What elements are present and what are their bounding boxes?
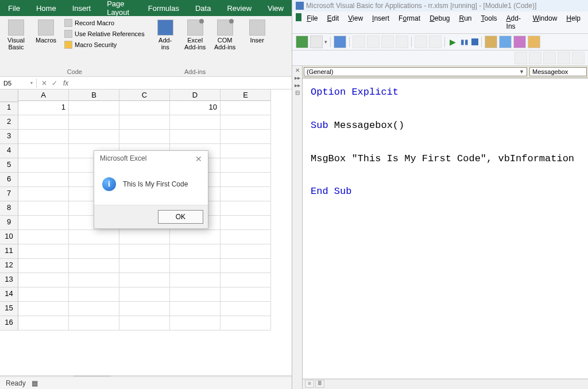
vba-menu-edit[interactable]: Edit [323,13,343,32]
vba-copy-icon[interactable] [367,36,380,48]
cell-e10[interactable] [220,230,271,244]
cell-c11[interactable] [119,244,170,259]
cell-c13[interactable] [119,273,170,287]
cell-a6[interactable] [18,173,69,187]
cell-a5[interactable] [18,158,69,173]
vba-tb2-icon-3[interactable] [543,52,556,64]
vba-save-icon[interactable] [334,36,346,48]
column-header-a[interactable]: A [18,90,69,101]
vba-tb2-icon-2[interactable] [529,52,541,64]
cell-b2[interactable] [69,115,119,130]
cell-c16[interactable] [119,316,170,330]
vba-find-icon[interactable] [396,36,408,48]
vba-menu-debug[interactable]: Debug [425,13,454,32]
select-all-corner[interactable] [0,90,18,102]
cell-c14[interactable] [119,287,170,302]
cell-c2[interactable] [119,115,170,130]
vba-code-editor[interactable]: Option Explicit Sub Messagebox() MsgBox … [303,78,588,379]
cell-d11[interactable] [170,244,220,259]
vba-tb2-icon-5[interactable] [572,52,585,64]
vba-redo-icon[interactable] [429,36,442,48]
row-header-9[interactable]: 9 [0,216,18,230]
row-header-10[interactable]: 10 [0,230,18,244]
cell-d12[interactable] [170,259,220,273]
cell-b15[interactable] [69,302,119,316]
row-header-11[interactable]: 11 [0,244,18,259]
cell-a15[interactable] [18,302,69,316]
vba-view-excel-icon[interactable] [296,36,308,48]
formula-bar[interactable] [73,82,292,84]
cell-c15[interactable] [119,302,170,316]
vba-splitter-icon-2[interactable]: ▸▸ [295,82,300,88]
cell-c3[interactable] [119,130,170,144]
cell-d3[interactable] [170,130,220,144]
ribbon-tab-file[interactable]: File [0,0,28,16]
cell-e12[interactable] [220,259,271,273]
cell-b13[interactable] [69,273,119,287]
cell-b10[interactable] [69,230,119,244]
cell-b16[interactable] [69,316,119,330]
cell-a3[interactable] [18,130,69,144]
cell-a8[interactable] [18,201,69,216]
name-box[interactable]: D5 ▾ [0,79,37,88]
cell-a7[interactable] [18,187,69,201]
cell-d15[interactable] [170,302,220,316]
vba-splitter-icon[interactable]: ▸▸ [295,75,300,81]
vba-reset-icon[interactable] [471,38,478,45]
ribbon-tab-view[interactable]: View [260,0,292,16]
vba-object-browser-icon[interactable] [528,36,540,48]
excel-addins-button[interactable]: Excel Add-ins [183,18,208,52]
cell-e4[interactable] [220,144,271,158]
cell-d1[interactable]: 10 [170,101,220,115]
cell-e9[interactable] [220,216,271,230]
vba-paste-icon[interactable] [381,36,394,48]
cell-a12[interactable] [18,259,69,273]
vba-run-icon[interactable]: ▶ [448,37,458,46]
row-header-14[interactable]: 14 [0,287,18,302]
vba-menu-help[interactable]: Help [562,13,585,32]
cell-b12[interactable] [69,259,119,273]
vba-tb2-icon-1[interactable] [514,52,527,64]
cell-a4[interactable] [18,144,69,158]
cell-d10[interactable] [170,230,220,244]
cell-a11[interactable] [18,244,69,259]
ribbon-tab-home[interactable]: Home [28,0,64,16]
cell-e8[interactable] [220,201,271,216]
vba-procedure-view-icon[interactable]: ≡ [305,380,314,388]
macro-recorder-icon[interactable]: ▦ [32,379,38,387]
cell-a13[interactable] [18,273,69,287]
cancel-formula-icon[interactable]: ✕ [41,79,47,87]
cell-c1[interactable] [119,101,170,115]
column-header-b[interactable]: B [69,90,119,101]
vba-break-icon[interactable]: ▮▮ [459,38,470,46]
cell-a9[interactable] [18,216,69,230]
cell-a16[interactable] [18,316,69,330]
com-addins-button[interactable]: COM Add-ins [212,18,238,52]
cell-e11[interactable] [220,244,271,259]
cell-e15[interactable] [220,302,271,316]
vba-properties-icon[interactable] [513,36,526,48]
row-header-15[interactable]: 15 [0,302,18,316]
ribbon-tab-insert[interactable]: Insert [64,0,99,16]
cell-e14[interactable] [220,287,271,302]
vba-insert-module-icon[interactable] [310,36,323,48]
cell-d14[interactable] [170,287,220,302]
column-header-e[interactable]: E [220,90,271,101]
cell-e5[interactable] [220,158,271,173]
vba-menu-run[interactable]: Run [455,13,476,32]
vba-full-module-view-icon[interactable]: ≣ [315,380,324,388]
fx-icon[interactable]: fx [62,79,68,87]
vba-object-dropdown[interactable]: (General) ▼ [304,67,527,76]
row-header-5[interactable]: 5 [0,158,18,173]
cell-a10[interactable] [18,230,69,244]
messagebox-ok-button[interactable]: OK [158,210,203,224]
cell-a2[interactable] [18,115,69,130]
vba-menu-tools[interactable]: Tools [477,13,501,32]
vba-close-pane-icon[interactable]: ✕ [295,67,300,73]
cell-d13[interactable] [170,273,220,287]
row-header-6[interactable]: 6 [0,173,18,187]
ribbon-tab-review[interactable]: Review [219,0,260,16]
vba-outline-toggle-icon[interactable]: ⊟ [295,90,300,96]
vba-menu-addins[interactable]: Add-Ins [502,13,528,32]
cell-c10[interactable] [119,230,170,244]
